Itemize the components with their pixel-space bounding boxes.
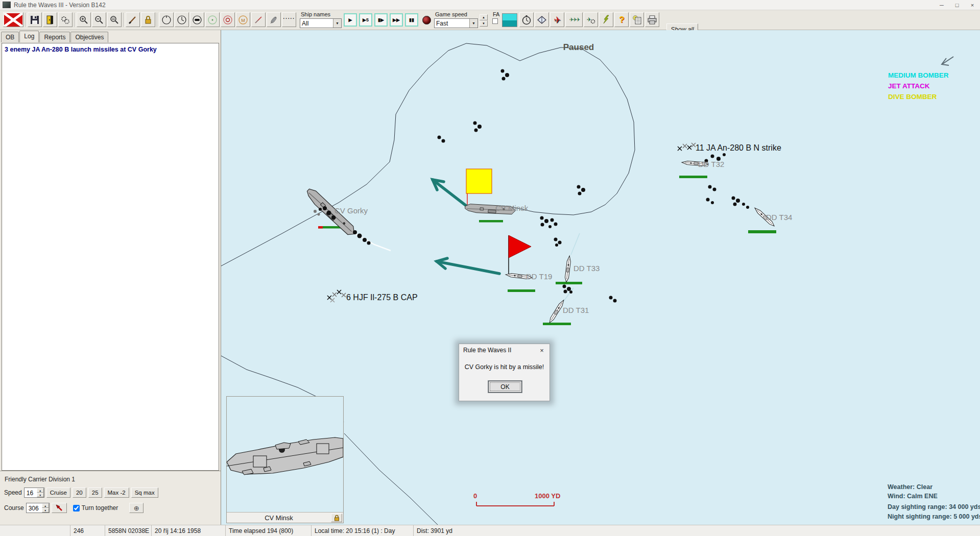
speed-25-button[interactable]: 25 — [88, 488, 102, 498]
ship-names-dropdown[interactable]: All ▼ — [300, 18, 342, 28]
tab-log[interactable]: Log — [19, 31, 39, 42]
help-button[interactable]: ? — [614, 12, 629, 27]
zoom-in-button[interactable] — [77, 12, 91, 27]
ship-label-dd-t34: DD T34 — [766, 213, 792, 222]
spinner-down-icon[interactable]: ▼ — [37, 493, 44, 497]
spinner-up-icon[interactable]: ▲ — [37, 488, 44, 493]
green-circle-button[interactable] — [205, 12, 220, 27]
scale-zero-label: 0 — [473, 492, 477, 500]
dialog-title: Rule the Waves II — [459, 347, 534, 354]
air-formation-button[interactable]: ✈✈✈ — [565, 12, 583, 27]
spinner-up-icon[interactable]: ▲ — [42, 503, 49, 508]
zoom-out-button[interactable] — [92, 12, 106, 27]
wind-arrow-icon — [942, 57, 953, 65]
turn-together-checkbox[interactable] — [73, 505, 80, 511]
spinner-up-icon[interactable]: ▲ — [480, 14, 488, 20]
tab-objectives[interactable]: Objectives — [70, 32, 108, 42]
tab-ob[interactable]: OB — [1, 32, 19, 42]
report-button[interactable] — [630, 12, 644, 27]
play-5-icon: ▶5 — [363, 17, 369, 22]
fast-forward-button[interactable]: ▶▶ — [390, 13, 403, 27]
game-speed-dropdown[interactable]: Fast ▼ — [434, 18, 478, 28]
objective-flag-yellow[interactable] — [466, 169, 492, 193]
log-list[interactable]: 3 enemy JA An-280 B launch missiles at C… — [2, 43, 219, 471]
contact-dots — [319, 69, 749, 303]
speed-stepper[interactable]: 16 ▲ ▼ — [24, 488, 44, 498]
ship-label-cv-gorky: CV Gorky — [334, 206, 368, 215]
lock-icon — [145, 15, 152, 24]
course-value: 306 — [27, 503, 42, 513]
settings-gears-button[interactable] — [58, 12, 73, 27]
play-step-button[interactable]: ▮▶ — [374, 13, 388, 27]
save-icon — [30, 15, 39, 25]
save-button[interactable] — [28, 12, 42, 27]
red-arrow-icon — [55, 504, 63, 512]
spinner-down-icon[interactable]: ▼ — [42, 508, 49, 513]
viewer-lock-button[interactable] — [331, 514, 342, 522]
print-button[interactable] — [645, 12, 659, 27]
svg-text:★: ★ — [11, 17, 16, 24]
m-circle-icon: M — [238, 15, 248, 25]
time-circle-button[interactable] — [175, 12, 189, 27]
fa-checkbox[interactable] — [492, 18, 498, 24]
ship-viewer-panel[interactable]: CV Minsk — [226, 396, 344, 523]
game-speed-spinner[interactable]: ▲ ▼ — [480, 14, 488, 27]
speed-cruise-button[interactable]: Cruise — [46, 488, 70, 498]
air-group-label-cap: 6 HJF Il-275 B CAP — [346, 293, 418, 302]
tab-reports[interactable]: Reports — [39, 32, 70, 42]
dots-button[interactable]: ····· — [282, 12, 296, 27]
play-5-button[interactable]: ▶5 — [359, 13, 372, 27]
air-attack-button[interactable]: ✈ — [550, 12, 564, 27]
air-ops-settings-button[interactable]: ✈ — [584, 12, 598, 27]
exit-door-button[interactable] — [43, 12, 57, 27]
formation-circle-button[interactable] — [159, 12, 174, 27]
status-cell-date: 20 říj 14:16 1958 — [151, 525, 225, 536]
status-cell-distance: Dist: 3901 yd — [413, 525, 517, 536]
minimize-button[interactable]: ─ — [934, 0, 949, 10]
naval-flag-button[interactable]: ★ — [3, 12, 23, 27]
log-entry[interactable]: 3 enemy JA An-280 B launch missiles at C… — [5, 45, 216, 54]
sidebar-tabs: OB Log Reports Objectives — [1, 31, 109, 42]
pause-button[interactable]: ▮▮ — [405, 13, 418, 27]
close-button[interactable]: × — [965, 0, 980, 10]
stop-circle-button[interactable] — [190, 12, 204, 27]
bearing-line-button[interactable] — [251, 12, 266, 27]
ship-viewer-name: CV Minsk — [227, 514, 331, 522]
compass-icon: ⊕ — [134, 504, 139, 512]
weather-condition: Weather: Clear — [888, 483, 933, 491]
dropdown-arrow-icon[interactable]: ▼ — [469, 19, 477, 28]
dropdown-arrow-icon[interactable]: ▼ — [333, 19, 341, 28]
course-stepper[interactable]: 306 ▲ ▼ — [26, 503, 50, 513]
spinner-down-icon[interactable]: ▼ — [480, 20, 488, 27]
speed-sq-max-button[interactable]: Sq max — [131, 488, 158, 498]
red-flag[interactable] — [509, 235, 531, 258]
feather-button[interactable] — [267, 12, 281, 27]
set-course-button[interactable] — [52, 503, 67, 513]
zoom-extents-button[interactable] — [107, 12, 122, 27]
maximize-button[interactable]: □ — [949, 0, 965, 10]
window-title: Rule the Waves III - Version B142 — [14, 2, 106, 9]
message-dialog: Rule the Waves II × CV Gorky is hit by a… — [459, 344, 550, 401]
division-title: Friendly Carrier Division 1 — [5, 476, 75, 483]
speed-max-2-button[interactable]: Max -2 — [104, 488, 129, 498]
sea-color-swatch[interactable] — [502, 13, 517, 27]
dialog-ok-button[interactable]: OK — [488, 381, 522, 393]
stopwatch-button[interactable] — [519, 12, 534, 27]
lightning-button[interactable] — [599, 12, 613, 27]
m-circle-button[interactable]: M — [236, 12, 250, 27]
draw-brush-button[interactable] — [126, 12, 140, 27]
weather-wind: Wind: Calm ENE — [888, 493, 938, 500]
svg-text:M: M — [241, 17, 245, 22]
speed-value: 16 — [25, 488, 37, 497]
air-group-label-strike: 11 JA An-280 B N strike — [696, 143, 781, 153]
play-button[interactable]: ▶ — [344, 13, 357, 27]
weather-night-range: Night sighting range: 5 000 yds — [888, 513, 980, 520]
red-o-circle-button[interactable] — [221, 12, 235, 27]
log-book-button[interactable] — [535, 12, 549, 27]
formation-compass-button[interactable]: ⊕ — [129, 503, 144, 513]
speed-20-button[interactable]: 20 — [73, 488, 86, 498]
lock-view-button[interactable] — [141, 12, 155, 27]
dialog-close-button[interactable]: × — [534, 344, 549, 356]
ship-dd-t33[interactable] — [564, 256, 571, 282]
legend-jet-attack: JET ATTACK — [888, 82, 930, 90]
